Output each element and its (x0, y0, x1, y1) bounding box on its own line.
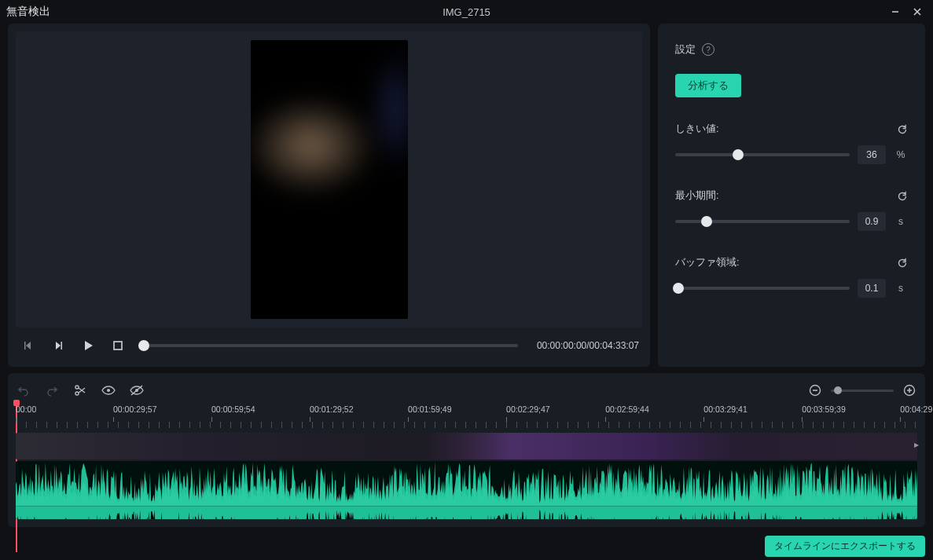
time-ruler[interactable]: 00:0000:00:29;5700:00:59;5400:01:29;5200… (16, 404, 917, 433)
transport-bar: 00:00:00:00/00:04:33:07 (16, 328, 642, 359)
zoom-slider[interactable] (831, 390, 894, 392)
ruler-tick: 00:02:29;47 (506, 404, 549, 414)
help-icon[interactable]: ? (702, 43, 714, 56)
timecode-readout: 00:00:00:00/00:04:33:07 (537, 340, 639, 351)
audio-track[interactable] (16, 461, 917, 519)
reset-icon (897, 191, 908, 202)
threshold-slider[interactable] (675, 153, 850, 156)
minimize-button[interactable] (886, 2, 905, 21)
step-back-icon (22, 339, 35, 352)
undo-button[interactable] (16, 382, 31, 398)
play-icon (82, 339, 94, 352)
buffer-unit: s (894, 283, 908, 294)
ruler-tick: 00:01:59;49 (408, 404, 451, 414)
min-duration-slider[interactable] (675, 220, 850, 223)
scissors-icon (74, 384, 86, 397)
min-duration-value[interactable]: 0.9 (858, 212, 886, 231)
video-preview[interactable] (16, 31, 642, 328)
buffer-slider[interactable] (675, 287, 850, 290)
split-button[interactable] (72, 382, 88, 398)
play-button[interactable] (79, 336, 97, 355)
svg-rect-2 (114, 342, 122, 350)
redo-button[interactable] (44, 382, 60, 398)
threshold-reset-button[interactable] (897, 124, 908, 135)
ruler-tick: 00:01:29;52 (310, 404, 353, 414)
redo-icon (46, 384, 58, 397)
zoom-out-icon (809, 384, 821, 397)
show-button[interactable] (101, 382, 116, 398)
ruler-tick: 00:02:59;44 (605, 404, 648, 414)
eye-off-icon (130, 385, 144, 396)
window-title: 無音検出 (6, 5, 50, 19)
undo-icon (17, 384, 30, 397)
reset-icon (897, 124, 908, 135)
min-duration-param: 最小期間: 0.9 s (675, 189, 908, 231)
ruler-tick: 00:00 (16, 404, 36, 414)
timeline-toolbar (16, 379, 917, 401)
threshold-unit: % (894, 149, 908, 160)
settings-panel: 設定 ? 分析する しきい値: 36 % 最小期間: (658, 24, 925, 367)
threshold-param: しきい値: 36 % (675, 123, 908, 164)
stop-icon (112, 340, 123, 351)
timeline: 00:0000:00:29;5700:00:59;5400:01:29;5200… (8, 373, 925, 527)
step-back-button[interactable] (19, 336, 38, 355)
svg-point-5 (107, 389, 110, 392)
ruler-tick: 00:04:29 (900, 404, 932, 414)
ruler-tick: 00:03:59;39 (802, 404, 845, 414)
analyze-button[interactable]: 分析する (675, 74, 741, 97)
min-duration-label: 最小期間: (675, 189, 718, 203)
minimize-icon (891, 7, 900, 16)
min-duration-unit: s (894, 216, 908, 227)
threshold-label: しきい値: (675, 123, 718, 136)
stop-button[interactable] (108, 336, 127, 355)
svg-point-4 (75, 392, 79, 395)
svg-rect-0 (24, 342, 26, 350)
step-forward-button[interactable] (49, 336, 68, 355)
close-button[interactable] (908, 2, 927, 21)
step-forward-icon (52, 339, 64, 352)
zoom-in-button[interactable] (902, 382, 917, 398)
zoom-in-icon (903, 384, 916, 397)
settings-heading: 設定 (675, 42, 696, 57)
buffer-label: バッファ領域: (675, 256, 739, 269)
zoom-out-button[interactable] (807, 382, 823, 398)
waveform (16, 461, 917, 519)
ruler-tick: 00:03:29;41 (703, 404, 747, 414)
playhead-slider[interactable] (138, 344, 518, 347)
export-to-timeline-button[interactable]: タイムラインにエクスポートする (765, 536, 925, 557)
threshold-value[interactable]: 36 (858, 145, 886, 164)
hide-button[interactable] (129, 382, 145, 398)
document-name: IMG_2715 (50, 6, 883, 18)
footer: タイムラインにエクスポートする (0, 532, 933, 560)
buffer-param: バッファ領域: 0.1 s (675, 256, 908, 298)
preview-pane: 00:00:00:00/00:04:33:07 (8, 24, 650, 367)
buffer-reset-button[interactable] (897, 258, 908, 269)
svg-point-3 (75, 386, 79, 389)
eye-icon (101, 385, 116, 396)
ruler-tick: 00:00:29;57 (113, 404, 156, 414)
close-icon (913, 7, 922, 16)
svg-rect-1 (61, 342, 63, 350)
buffer-value[interactable]: 0.1 (858, 279, 886, 298)
ruler-tick: 00:00:59;54 (211, 404, 255, 414)
reset-icon (897, 258, 908, 269)
min-duration-reset-button[interactable] (897, 191, 908, 202)
video-track[interactable] (16, 433, 917, 459)
title-bar: 無音検出 IMG_2715 (0, 0, 933, 24)
